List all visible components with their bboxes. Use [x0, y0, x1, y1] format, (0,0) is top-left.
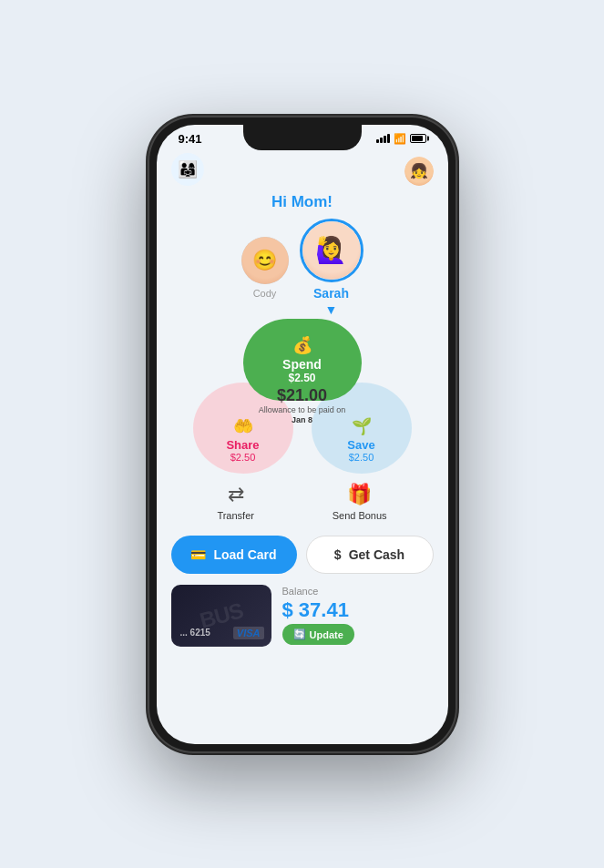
- balance-amount: $ 37.41: [282, 598, 434, 622]
- card-info: Balance $ 37.41 🔄 Update: [282, 586, 434, 645]
- load-card-label: Load Card: [213, 547, 276, 562]
- phone-frame: 9:41 📶: [148, 116, 457, 753]
- cody-name: Cody: [253, 288, 277, 299]
- transfer-icon: ⇄: [228, 483, 244, 506]
- svg-text:👨‍👩‍👧: 👨‍👩‍👧: [178, 159, 199, 179]
- update-button[interactable]: 🔄 Update: [282, 624, 354, 645]
- venn-diagram: 💰 Spend $2.50 🤲 Share $2.50 🌱 Save $2.50: [184, 319, 421, 474]
- status-time: 9:41: [179, 132, 202, 146]
- share-icon: 🤲: [233, 416, 253, 436]
- logo-icon: 👨‍👩‍👧: [171, 153, 204, 186]
- venn-date: Jan 8: [259, 415, 346, 424]
- avatars-row: 😊 Cody 🙋‍♀️ Sarah ▼: [157, 219, 448, 317]
- app-content: 👨‍👩‍👧 👧 Hi Mom! 😊 Cody: [157, 149, 448, 744]
- card-last-digits: ... 6215: [180, 628, 210, 638]
- spend-label: Spend: [282, 357, 322, 372]
- card-visual[interactable]: BUS ... 6215 VISA: [171, 585, 271, 647]
- venn-total-amount: $21.00: [259, 385, 346, 404]
- save-icon: 🌱: [352, 416, 372, 436]
- send-bonus-label: Send Bonus: [333, 510, 387, 521]
- venn-description: Allowance to be paid on: [259, 404, 346, 415]
- cody-avatar-img: 😊: [241, 237, 289, 284]
- load-card-icon: 💳: [190, 547, 206, 562]
- avatar-sarah[interactable]: 🙋‍♀️ Sarah ▼: [300, 219, 363, 317]
- wifi-icon: 📶: [394, 133, 406, 145]
- phone-screen: 9:41 📶: [157, 125, 448, 744]
- update-icon: 🔄: [293, 628, 306, 640]
- transfer-label: Transfer: [217, 510, 254, 521]
- actions-row: ⇄ Transfer 🎁 Send Bonus: [157, 477, 448, 526]
- avatar-cody[interactable]: 😊 Cody: [241, 237, 289, 299]
- share-label: Share: [226, 438, 259, 452]
- transfer-action[interactable]: ⇄ Transfer: [217, 483, 254, 521]
- save-label: Save: [347, 438, 374, 452]
- get-cash-button[interactable]: $ Get Cash: [306, 536, 434, 574]
- venn-center-info: $21.00 Allowance to be paid on Jan 8: [259, 385, 346, 424]
- main-buttons: 💳 Load Card $ Get Cash: [157, 530, 448, 579]
- update-label: Update: [310, 629, 343, 640]
- app-logo: 👨‍👩‍👧: [171, 153, 204, 189]
- greeting-text: Hi Mom!: [157, 193, 448, 211]
- send-bonus-icon: 🎁: [347, 483, 372, 506]
- header-user-avatar[interactable]: 👧: [404, 157, 434, 186]
- balance-label: Balance: [282, 586, 434, 597]
- signal-icon: [376, 134, 390, 143]
- load-card-button[interactable]: 💳 Load Card: [171, 536, 297, 574]
- card-network: VISA: [233, 627, 264, 639]
- card-section: BUS ... 6215 VISA Balance $ 37.41 🔄 Upda…: [157, 579, 448, 652]
- send-bonus-action[interactable]: 🎁 Send Bonus: [333, 483, 387, 521]
- spend-amount: $2.50: [288, 372, 315, 384]
- sarah-name: Sarah: [313, 286, 349, 301]
- get-cash-icon: $: [334, 547, 342, 562]
- spend-icon: 💰: [292, 335, 312, 355]
- phone-notch: [243, 125, 362, 150]
- status-icons: 📶: [376, 133, 426, 145]
- sarah-avatar-img: 🙋‍♀️: [300, 219, 363, 282]
- app-header: 👨‍👩‍👧 👧: [157, 149, 448, 189]
- get-cash-label: Get Cash: [349, 547, 404, 562]
- battery-icon: [410, 134, 426, 143]
- save-amount: $2.50: [349, 452, 374, 463]
- share-amount: $2.50: [230, 452, 256, 463]
- selected-arrow: ▼: [325, 302, 338, 317]
